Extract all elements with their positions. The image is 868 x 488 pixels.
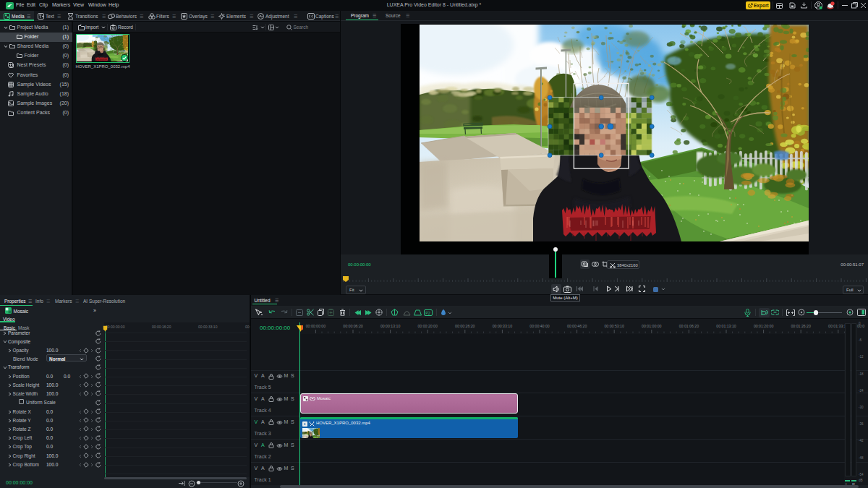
svg-text:P2: P2	[425, 310, 430, 314]
